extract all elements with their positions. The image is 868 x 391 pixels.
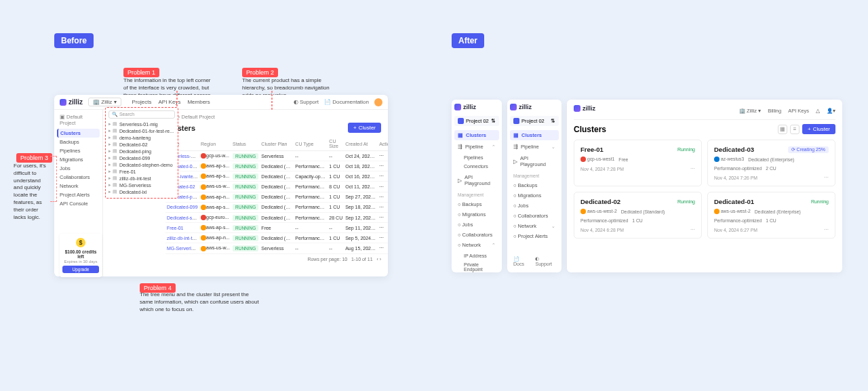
project-selector-b[interactable]: Project 02⇅	[510, 116, 559, 126]
view-list-icon[interactable]: ≡	[790, 125, 800, 134]
table-row[interactable]: Dedicated-stephen-d...gcp-euro...RUNNING…	[165, 212, 388, 222]
cluster-card[interactable]: Dedicated-02Running aws-us-west-2Dedicat…	[574, 192, 702, 239]
project-selector[interactable]: ▣ Default Project	[57, 112, 100, 127]
nav-migrations[interactable]: ○ Migrations	[510, 190, 559, 201]
card-actions[interactable]: ⋯	[824, 175, 829, 180]
cluster-card[interactable]: Dedicated-01Running aws-us-west-2Dedicat…	[707, 192, 835, 239]
docs-link-b[interactable]: 📄 Docs	[513, 256, 530, 266]
side-collaborators[interactable]: Collaborators	[57, 173, 100, 182]
table-row[interactable]: MG-Serverlessaws-us-w...RUNNINGServerles…	[165, 243, 388, 253]
tree-item[interactable]: ▸ ▤ MG-Serverless	[108, 182, 175, 188]
nav-collaborators[interactable]: ○ Collaborators	[510, 211, 559, 221]
nav-pipeline-a[interactable]: ⇶ Pipeline⌃	[454, 142, 499, 152]
table-row[interactable]: Dedicated-02aws-us-w...RUNNINGDedicated …	[165, 182, 388, 192]
nav-project-alerts[interactable]: ○ Project Alerts	[510, 231, 559, 241]
nav-migrations[interactable]: ○ Migrations	[454, 209, 499, 220]
support-link-b[interactable]: ◐ Support	[535, 256, 555, 266]
nav-backups[interactable]: ○ Backups	[454, 199, 499, 209]
cluster-card[interactable]: Free-01Running gcp-us-west1FreeNov 4, 20…	[574, 140, 702, 186]
table-row[interactable]: Free-01aws-ap-s...RUNNINGFree----Sep 11,…	[165, 223, 388, 233]
docs-link[interactable]: 📄 Documentation	[324, 99, 369, 105]
nav-clusters-b[interactable]: ▦ Clusters	[510, 130, 559, 140]
tree-item[interactable]: ▸ ▤ Dedicated-lxl	[108, 188, 175, 195]
nav-network[interactable]: ○ Network⌃	[454, 240, 499, 250]
topnav-projects[interactable]: Projects	[132, 99, 152, 105]
nav-sub-ip-address[interactable]: IP Address	[454, 251, 499, 260]
problem3-text: For users, it's difficult to understand …	[14, 163, 49, 221]
tree-item[interactable]: ▸ ▤ Dedicated-01-for-test-re...	[108, 127, 175, 134]
tree-item[interactable]: ▸ ▤ Serverless-01-mig	[108, 121, 175, 127]
upgrade-button[interactable]: Upgrade	[62, 266, 99, 273]
tree-menu: 🔍 Search ▸ ▤ Serverless-01-mig▸ ▤ Dedica…	[105, 107, 178, 199]
nav-clusters-a[interactable]: ▦ Clusters	[454, 130, 499, 140]
row-actions[interactable]: ⋯	[378, 243, 388, 253]
user-menu[interactable]: 👤▾	[827, 108, 835, 114]
tree-item[interactable]: ▸ ▤ Dedicated-stephen-demo	[108, 161, 175, 168]
top-nav: ProjectsAPI KeysMembers	[132, 99, 210, 105]
side-migrations[interactable]: Migrations	[57, 155, 100, 164]
nav-playground-a[interactable]: ▷ API Playground	[454, 172, 499, 188]
cluster-table: Name Region Status Cluster Plan CU Type …	[165, 137, 388, 254]
pagination[interactable]: Rows per page: 10 1-10 of 11 ‹ ›	[165, 257, 381, 262]
side-pipelines[interactable]: Pipelines	[57, 146, 100, 155]
billing-link[interactable]: Billing	[768, 108, 781, 114]
nav-playground-b[interactable]: ▷ API Playground	[510, 153, 559, 169]
mgmt-label-b: Management	[510, 171, 559, 179]
before-main: Zilliz > Default Project Clusters + Clus…	[159, 110, 388, 276]
nav-pipeline-b[interactable]: ⇶ Pipeline⌄	[510, 142, 559, 152]
tree-item[interactable]: ▸ ▤ Dedicated-02	[108, 141, 175, 148]
tree-item[interactable]: ▸ ▤ demo-ivanteng	[108, 134, 175, 141]
apikeys-link[interactable]: API Keys	[788, 108, 809, 114]
row-actions[interactable]: ⋯	[378, 171, 388, 182]
row-actions[interactable]: ⋯	[378, 202, 388, 212]
side-clusters[interactable]: Clusters	[57, 129, 100, 138]
row-actions[interactable]: ⋯	[378, 233, 388, 243]
nav-backups[interactable]: ○ Backups	[510, 180, 559, 190]
table-row[interactable]: Dedicated-099aws-ap-s...RUNNINGDedicated…	[165, 202, 388, 212]
nav-jobs[interactable]: ○ Jobs	[510, 201, 559, 211]
support-link[interactable]: ◐ Support	[294, 99, 319, 105]
row-actions[interactable]: ⋯	[378, 182, 388, 192]
card-actions[interactable]: ⋯	[824, 227, 829, 232]
table-row[interactable]: zilliz-db-int-testaws-ap-n...RUNNINGDedi…	[165, 233, 388, 243]
table-row[interactable]: Dedicated-01-for-test-re...aws-ap-s...RU…	[165, 161, 388, 171]
credits-promo: $ $100.00 credits left Expires in 30 day…	[60, 234, 102, 277]
new-cluster-button[interactable]: + Cluster	[348, 123, 381, 133]
new-cluster-button-c[interactable]: + Cluster	[802, 124, 835, 134]
card-actions[interactable]: ⋯	[690, 227, 695, 232]
nav-network[interactable]: ○ Network⌄	[510, 221, 559, 231]
tree-item[interactable]: ▸ ▤ Dedicated-099	[108, 155, 175, 161]
tree-search[interactable]: 🔍 Search	[108, 110, 175, 119]
table-row[interactable]: Dedicated-pingaws-ap-n...RUNNINGDedicate…	[165, 192, 388, 202]
notif-icon[interactable]: △	[816, 108, 820, 114]
topnav-members[interactable]: Members	[187, 99, 210, 105]
cluster-card[interactable]: Dedicated-03⟳ Creating 25% az-westus3Ded…	[707, 140, 835, 186]
org-selector-c[interactable]: 🏢 Zilliz ▾	[739, 108, 761, 114]
view-grid-icon[interactable]: ▦	[778, 125, 787, 134]
row-actions[interactable]: ⋯	[378, 223, 388, 233]
row-actions[interactable]: ⋯	[378, 161, 388, 171]
row-actions[interactable]: ⋯	[378, 192, 388, 202]
project-selector-a[interactable]: Project 02⇅	[454, 116, 499, 126]
side-jobs[interactable]: Jobs	[57, 164, 100, 173]
avatar[interactable]	[374, 98, 382, 106]
tree-item[interactable]: ▸ ▤ Free-01	[108, 168, 175, 175]
nav-collaborators[interactable]: ○ Collaborators	[454, 230, 499, 240]
coin-icon: $	[76, 238, 85, 247]
nav-sub-pipelines[interactable]: Pipelines	[454, 153, 499, 162]
card-actions[interactable]: ⋯	[690, 166, 695, 171]
table-row[interactable]: demo-ivantengaws-ap-s...RUNNINGDedicated…	[165, 171, 388, 182]
side-backups[interactable]: Backups	[57, 138, 100, 146]
tree-item[interactable]: ▸ ▤ zilliz-db-int-test	[108, 175, 175, 182]
row-actions[interactable]: ⋯	[378, 151, 388, 161]
tree-item[interactable]: ▸ ▤ Dedicated-ping	[108, 148, 175, 155]
row-actions[interactable]: ⋯	[378, 212, 388, 222]
side-project-alerts[interactable]: Project Alerts	[57, 190, 100, 199]
table-row[interactable]: Serverless-01-miggcp-us-w...RUNNINGServe…	[165, 151, 388, 161]
side-network[interactable]: Network	[57, 182, 100, 190]
org-selector[interactable]: 🏢 Zilliz ▾	[88, 98, 121, 106]
nav-sub-connectors[interactable]: Connectors	[454, 162, 499, 171]
side-api-console[interactable]: API Console	[57, 199, 100, 208]
nav-sub-private-endpoint[interactable]: Private Endpoint	[454, 260, 499, 274]
nav-jobs[interactable]: ○ Jobs	[454, 220, 499, 230]
